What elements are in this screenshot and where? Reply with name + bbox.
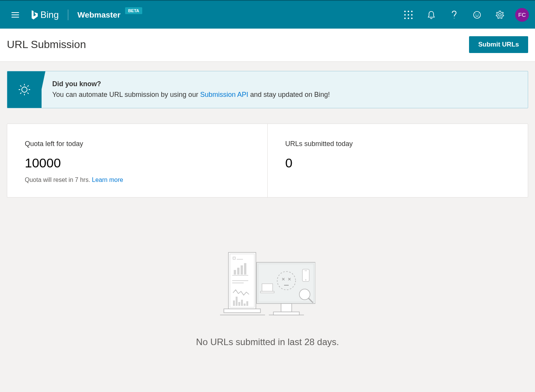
help-button[interactable]: [443, 4, 465, 26]
submit-urls-button[interactable]: Submit URLs: [469, 36, 528, 53]
bing-logo[interactable]: Bing: [31, 10, 59, 20]
info-text-after: and stay updated on Bing!: [248, 91, 330, 98]
user-avatar[interactable]: FC: [515, 8, 529, 22]
header-actions: FC: [398, 4, 529, 26]
svg-rect-24: [233, 300, 235, 306]
brand-divider: [68, 10, 68, 20]
page-title: URL Submission: [7, 39, 469, 51]
waffle-icon: [404, 11, 413, 19]
bing-text: Bing: [40, 10, 59, 20]
svg-rect-40: [262, 284, 273, 291]
svg-rect-49: [273, 312, 299, 315]
empty-illustration: [220, 251, 315, 319]
svg-rect-47: [281, 304, 292, 312]
stats-row: Quota left for today 10000 Quota will re…: [7, 124, 528, 198]
svg-rect-20: [244, 263, 246, 275]
submitted-value: 0: [285, 156, 510, 170]
svg-rect-41: [260, 291, 274, 293]
svg-point-1: [476, 14, 476, 14]
svg-rect-28: [244, 304, 246, 306]
page-title-bar: URL Submission Submit URLs: [0, 29, 535, 62]
svg-point-4: [22, 87, 27, 92]
main-content: Did you know? You can automate URL submi…: [0, 62, 535, 364]
svg-rect-25: [236, 297, 238, 306]
quota-label: Quota left for today: [25, 140, 250, 148]
info-heading: Did you know?: [52, 80, 101, 88]
submission-api-link[interactable]: Submission API: [200, 91, 248, 98]
svg-rect-17: [234, 270, 236, 275]
question-icon: [451, 11, 457, 19]
svg-rect-26: [238, 302, 240, 306]
svg-line-11: [20, 93, 21, 94]
beta-badge: BETA: [125, 7, 142, 14]
submitted-card: URLs submitted today 0: [268, 124, 528, 197]
svg-point-45: [299, 289, 310, 300]
quota-value: 10000: [25, 156, 250, 170]
brand-area: Bing Webmaster BETA: [31, 10, 142, 20]
smiley-icon: [473, 11, 481, 19]
webmaster-text[interactable]: Webmaster: [77, 10, 120, 19]
lightbulb-icon: [18, 83, 31, 96]
bell-icon: [427, 11, 435, 19]
feedback-button[interactable]: [466, 4, 488, 26]
svg-point-0: [474, 11, 480, 18]
quota-card: Quota left for today 10000 Quota will re…: [7, 124, 268, 197]
submitted-label: URLs submitted today: [285, 140, 510, 148]
svg-line-12: [27, 85, 29, 87]
gear-icon: [496, 11, 504, 19]
info-icon-box: [7, 71, 42, 108]
info-text: Did you know? You can automate URL submi…: [42, 71, 341, 108]
notifications-button[interactable]: [421, 4, 442, 26]
top-header: Bing Webmaster BETA: [0, 0, 535, 29]
svg-rect-18: [237, 268, 239, 275]
quota-sub: Quota will reset in 7 hrs. Learn more: [25, 177, 250, 183]
bing-icon: [31, 10, 38, 20]
svg-rect-27: [241, 300, 243, 306]
info-text-before: You can automate URL submission by using…: [52, 91, 200, 98]
svg-rect-30: [224, 309, 260, 313]
svg-point-3: [499, 13, 501, 16]
empty-state: No URLs submitted in last 28 days.: [7, 198, 528, 355]
svg-point-44: [305, 280, 306, 280]
settings-button[interactable]: [489, 4, 511, 26]
hamburger-icon: [11, 12, 19, 18]
menu-button[interactable]: [6, 6, 24, 24]
learn-more-link[interactable]: Learn more: [92, 177, 123, 183]
svg-rect-19: [241, 265, 243, 275]
svg-line-10: [27, 93, 29, 94]
svg-point-2: [478, 14, 479, 14]
quota-reset-text: Quota will reset in 7 hrs.: [25, 177, 92, 183]
svg-line-9: [20, 85, 21, 87]
svg-rect-29: [246, 301, 248, 306]
apps-button[interactable]: [398, 4, 419, 26]
empty-message: No URLs submitted in last 28 days.: [7, 337, 528, 347]
info-banner: Did you know? You can automate URL submi…: [7, 71, 528, 108]
